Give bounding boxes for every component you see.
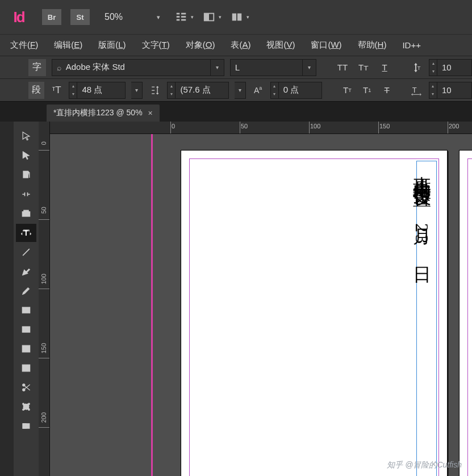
vertical-scale-value: 10 xyxy=(437,62,471,72)
svg-rect-13 xyxy=(22,212,30,216)
arrange-icon[interactable]: ▾ xyxy=(231,11,249,23)
horizontal-grid-tool[interactable] xyxy=(16,340,36,358)
svg-rect-9 xyxy=(237,14,241,21)
free-transform-tool[interactable] xyxy=(16,398,36,416)
menu-file[interactable]: 文件(F) xyxy=(5,36,44,54)
spin-up-icon[interactable]: ▴ xyxy=(429,82,437,90)
font-style-value: L xyxy=(235,62,240,72)
content-collector-tool[interactable] xyxy=(16,204,36,223)
vertical-ruler[interactable]: 0 50 100 150 200 xyxy=(39,122,50,476)
margin-guide xyxy=(189,158,439,476)
vertical-text-content[interactable]: 直排内横排设置 12 月 23 日 xyxy=(410,162,435,255)
svg-rect-2 xyxy=(177,19,180,21)
character-mode-button[interactable]: 字 xyxy=(28,59,46,76)
leading-field[interactable]: ▴▾ (57.6 点 xyxy=(167,82,228,99)
menu-window[interactable]: 窗口(W) xyxy=(305,36,347,54)
menu-view[interactable]: 视图(V) xyxy=(261,36,300,54)
font-name-value: Adobe 宋体 Std xyxy=(66,62,125,73)
allcaps-button[interactable]: TT xyxy=(335,60,350,75)
page-tool[interactable] xyxy=(16,166,36,184)
svg-rect-8 xyxy=(232,14,236,21)
rectangle-frame-tool[interactable] xyxy=(16,301,36,319)
gradient-swatch-tool[interactable] xyxy=(16,417,36,435)
gap-tool[interactable] xyxy=(16,185,36,203)
ruler-tick: 0 xyxy=(172,123,175,130)
font-style-dropdown[interactable]: ▾ xyxy=(303,59,316,76)
spin-up-icon[interactable]: ▴ xyxy=(168,82,175,90)
superscript-button[interactable]: T xyxy=(377,60,392,75)
chevron-down-icon: ▾ xyxy=(157,14,160,21)
screen-mode-icon[interactable]: ▾ xyxy=(203,11,222,23)
menu-table[interactable]: 表(A) xyxy=(225,36,256,54)
svg-rect-14 xyxy=(24,210,28,212)
menu-type[interactable]: 文字(T) xyxy=(136,36,176,54)
svg-rect-4 xyxy=(181,16,186,18)
ruler-tick: 100 xyxy=(310,123,320,130)
canvas[interactable]: 直排内横排设置 12 月 23 日 xyxy=(50,134,472,476)
ruler-tick: 150 xyxy=(379,123,390,130)
selection-tool[interactable] xyxy=(16,127,36,145)
spin-down-icon[interactable]: ▾ xyxy=(168,90,175,98)
view-options-icon[interactable]: ▾ xyxy=(175,11,194,23)
vertical-type-tool[interactable]: T xyxy=(16,224,36,242)
leading-icon xyxy=(148,85,161,96)
spin-down-icon[interactable]: ▾ xyxy=(429,68,437,76)
zoom-value: 50% xyxy=(105,12,123,22)
font-size-dropdown[interactable]: ▾ xyxy=(131,82,143,99)
svg-rect-24 xyxy=(22,365,30,371)
paragraph-mode-button[interactable]: 段 xyxy=(28,82,44,99)
spin-up-icon[interactable]: ▴ xyxy=(69,82,77,90)
subscript-button[interactable]: TT xyxy=(340,83,354,98)
smallcaps-button[interactable]: Tᴛ xyxy=(356,60,371,75)
baseline-field[interactable]: ▴▾ 0 点 xyxy=(270,82,323,99)
strikethrough-button[interactable]: T xyxy=(380,83,394,98)
line-tool[interactable] xyxy=(16,243,36,261)
menu-idplus[interactable]: ID++ xyxy=(396,37,427,53)
document-tab[interactable]: *直排内横排1223 @ 50% × xyxy=(47,105,160,122)
spin-down-icon[interactable]: ▾ xyxy=(69,90,77,98)
baseline-value: 0 点 xyxy=(279,85,313,95)
stock-tile[interactable]: St xyxy=(70,9,90,25)
direct-selection-tool[interactable] xyxy=(16,147,36,165)
menu-edit[interactable]: 编辑(E) xyxy=(48,36,88,54)
search-icon: ⌕ xyxy=(57,63,61,72)
spin-down-icon[interactable]: ▾ xyxy=(429,90,437,98)
spin-up-icon[interactable]: ▴ xyxy=(271,82,278,90)
pencil-tool[interactable] xyxy=(16,282,36,300)
font-family-dropdown[interactable]: ▾ xyxy=(211,59,224,76)
page-1[interactable]: 直排内横排设置 12 月 23 日 xyxy=(181,150,448,476)
menu-object[interactable]: 对象(O) xyxy=(180,36,221,54)
app-logo-text: Id xyxy=(13,9,24,26)
chevron-down-icon: ▾ xyxy=(191,14,194,20)
font-size-value: 48 点 xyxy=(77,85,111,95)
horizontal-scale-field[interactable]: ▴▾ 10 xyxy=(429,82,472,99)
close-tab-icon[interactable]: × xyxy=(148,108,153,118)
spin-up-icon[interactable]: ▴ xyxy=(429,60,437,68)
bridge-tile[interactable]: Br xyxy=(42,9,61,25)
zoom-dropdown[interactable]: 50% ▾ xyxy=(99,8,166,26)
svg-rect-12 xyxy=(23,171,28,178)
tab-title: *直排内横排1223 @ 50% xyxy=(53,108,143,118)
document-tab-bar: *直排内横排1223 @ 50% × xyxy=(0,101,472,122)
watermark: 知乎 @冒险的Cutfish xyxy=(387,460,462,470)
menu-help[interactable]: 帮助(H) xyxy=(352,36,392,54)
svg-rect-0 xyxy=(177,13,180,15)
underline-button[interactable]: T1 xyxy=(360,83,374,98)
spin-down-icon[interactable]: ▾ xyxy=(271,90,278,98)
font-style-field[interactable]: L ▾ xyxy=(230,59,316,76)
font-size-field[interactable]: ▴▾ 48 点 xyxy=(69,82,126,99)
leading-dropdown[interactable]: ▾ xyxy=(235,82,246,99)
rectangle-tool[interactable] xyxy=(16,320,36,339)
page-2[interactable] xyxy=(459,150,472,476)
svg-text:T: T xyxy=(24,230,28,236)
vertical-scale-field[interactable]: ▴▾ 10 xyxy=(429,59,472,76)
svg-point-27 xyxy=(23,384,25,386)
font-family-field[interactable]: ⌕ Adobe 宋体 Std ▾ xyxy=(52,59,224,76)
control-panel-row1: 字 ⌕ Adobe 宋体 Std ▾ L ▾ TT Tᴛ T T ▴▾ 10 xyxy=(0,56,472,78)
menu-layout[interactable]: 版面(L) xyxy=(93,36,131,54)
pen-tool[interactable] xyxy=(16,262,36,281)
vertical-grid-tool[interactable] xyxy=(16,359,36,377)
horizontal-ruler[interactable]: 0 50 100 150 200 xyxy=(50,122,472,134)
scissors-tool[interactable] xyxy=(16,378,36,396)
svg-rect-5 xyxy=(181,19,186,21)
